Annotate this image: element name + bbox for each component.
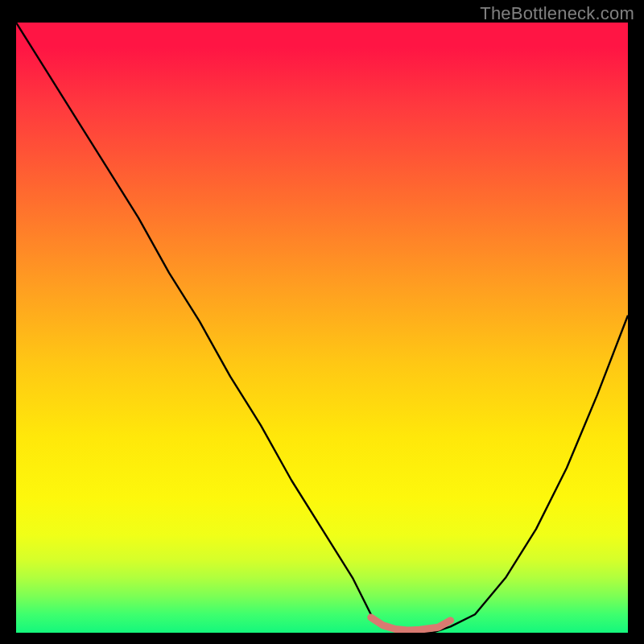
bottleneck-curve-path [16,23,628,633]
watermark-text: TheBottleneck.com [480,3,634,24]
chart-svg [16,23,628,633]
plot-area [16,23,628,633]
optimal-segment-path [371,617,451,630]
chart-frame: TheBottleneck.com [0,0,644,644]
